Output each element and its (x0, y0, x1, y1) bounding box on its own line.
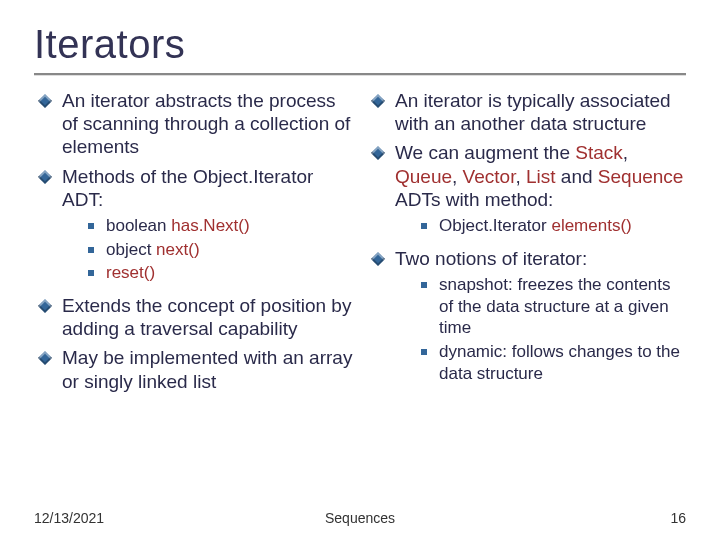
sub-item: reset() (88, 262, 353, 284)
bullet-text: Extends the concept of position by addin… (62, 295, 351, 339)
bullet-text: May be implemented with an array or sing… (62, 347, 352, 391)
sub-item: snapshot: freezes the contents of the da… (421, 274, 686, 339)
right-column: An iterator is typically associated with… (367, 89, 686, 399)
hl: Sequence (598, 166, 684, 187)
bullet-item: Extends the concept of position by addin… (40, 294, 353, 340)
title-rule (34, 73, 686, 75)
sub-item: object next() (88, 239, 353, 261)
content-columns: An iterator abstracts the process of sca… (34, 89, 686, 399)
sub-list: Object.Iterator elements() (395, 213, 686, 241)
code-hl: elements() (551, 216, 631, 235)
left-column: An iterator abstracts the process of sca… (34, 89, 353, 399)
sub-text: dynamic: follows changes to the data str… (439, 342, 680, 383)
bullet-text: , (623, 142, 628, 163)
sub-item: boolean has.Next() (88, 215, 353, 237)
hl: Queue (395, 166, 452, 187)
bullet-text: Two notions of iterator: (395, 248, 587, 269)
bullet-list-left: An iterator abstracts the process of sca… (34, 89, 353, 393)
sub-text: Object.Iterator (439, 216, 551, 235)
bullet-text: Methods of the Object.Iterator ADT: (62, 166, 313, 210)
hl: Stack (575, 142, 623, 163)
sub-item: dynamic: follows changes to the data str… (421, 341, 686, 385)
bullet-item: Methods of the Object.Iterator ADT: bool… (40, 165, 353, 289)
bullet-text: and (556, 166, 598, 187)
code-hl: has.Next() (171, 216, 249, 235)
bullet-item: We can augment the Stack, Queue, Vector,… (373, 141, 686, 240)
sub-list: boolean has.Next() object next() reset() (62, 213, 353, 288)
bullet-text: An iterator is typically associated with… (395, 90, 671, 134)
slide-title: Iterators (34, 22, 686, 67)
bullet-text: , (515, 166, 526, 187)
hl: Vector (463, 166, 516, 187)
sub-text: snapshot: freezes the contents of the da… (439, 275, 671, 338)
sub-text: boolean (106, 216, 171, 235)
footer: 12/13/2021 Sequences 16 (34, 510, 686, 526)
bullet-text: We can augment the (395, 142, 575, 163)
bullet-list-right: An iterator is typically associated with… (367, 89, 686, 389)
bullet-item: Two notions of iterator: snapshot: freez… (373, 247, 686, 389)
bullet-item: An iterator is typically associated with… (373, 89, 686, 135)
bullet-item: May be implemented with an array or sing… (40, 346, 353, 392)
bullet-item: An iterator abstracts the process of sca… (40, 89, 353, 159)
hl: List (526, 166, 556, 187)
sub-list: snapshot: freezes the contents of the da… (395, 272, 686, 389)
sub-item: Object.Iterator elements() (421, 215, 686, 237)
bullet-text: ADTs with method: (395, 189, 553, 210)
sub-text: object (106, 240, 156, 259)
bullet-text: An iterator abstracts the process of sca… (62, 90, 350, 157)
code-hl: reset() (106, 263, 155, 282)
bullet-text: , (452, 166, 463, 187)
slide: Iterators An iterator abstracts the proc… (0, 0, 720, 540)
footer-center: Sequences (34, 510, 686, 526)
code-hl: next() (156, 240, 199, 259)
